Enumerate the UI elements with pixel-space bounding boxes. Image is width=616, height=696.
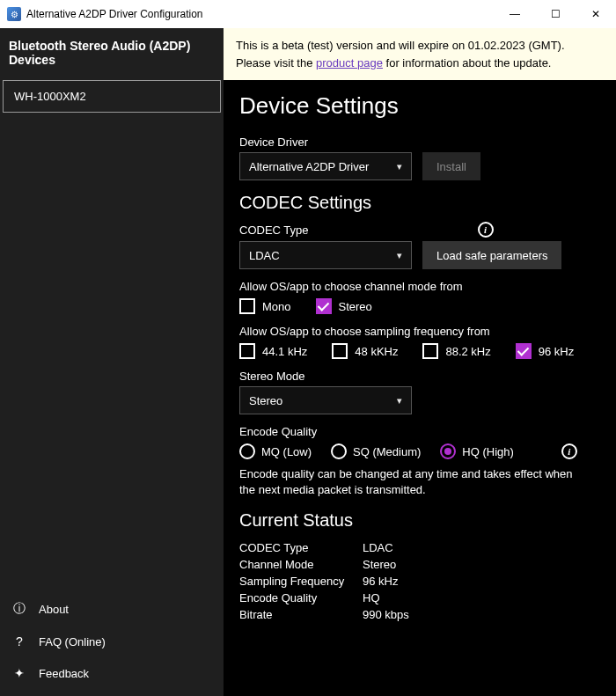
status-value: Stereo <box>363 558 396 571</box>
info-icon[interactable]: i <box>478 222 494 238</box>
nav-label: Feedback <box>39 667 89 680</box>
radio-sq[interactable]: SQ (Medium) <box>331 443 421 459</box>
device-name: WH-1000XM2 <box>14 90 86 103</box>
stereo-mode-select[interactable]: Stereo ▾ <box>239 386 412 414</box>
banner-line1: This is a beta (test) version and will e… <box>236 37 604 55</box>
status-value: 990 kbps <box>363 608 409 621</box>
encode-help-text: Encode quality can be changed at any tim… <box>239 466 591 498</box>
sampling-label: Allow OS/app to choose sampling frequenc… <box>239 325 600 338</box>
feedback-icon: ✦ <box>12 666 26 680</box>
checkbox-44khz[interactable]: 44.1 kHz <box>239 343 307 359</box>
info-icon: ⓘ <box>12 601 26 617</box>
stereo-mode-selected: Stereo <box>249 394 282 407</box>
status-key: Bitrate <box>239 608 363 621</box>
maximize-button[interactable]: ☐ <box>535 0 576 28</box>
checkbox-stereo[interactable]: Stereo <box>316 298 372 314</box>
beta-banner: This is a beta (test) version and will e… <box>224 28 616 80</box>
nav-label: About <box>39 603 69 616</box>
nav-faq[interactable]: ? FAQ (Online) <box>0 626 224 657</box>
checkbox-96khz[interactable]: 96 kHz <box>516 343 574 359</box>
info-icon[interactable]: i <box>561 443 577 459</box>
codec-type-select[interactable]: LDAC ▾ <box>239 241 412 269</box>
encode-quality-label: Encode Quality <box>239 425 600 438</box>
nav-label: FAQ (Online) <box>39 635 106 648</box>
status-value: HQ <box>363 591 380 604</box>
chevron-down-icon: ▾ <box>397 395 402 407</box>
status-key: Channel Mode <box>239 558 363 571</box>
status-heading: Current Status <box>239 510 600 531</box>
driver-select[interactable]: Alternative A2DP Driver ▾ <box>239 152 412 180</box>
minimize-button[interactable]: ― <box>495 0 535 28</box>
page-title: Device Settings <box>239 92 600 120</box>
banner-line2: Please visit the product page for inform… <box>236 55 604 72</box>
close-button[interactable]: ✕ <box>576 0 616 28</box>
help-icon: ? <box>12 634 26 648</box>
status-key: CODEC Type <box>239 541 363 554</box>
driver-selected: Alternative A2DP Driver <box>249 160 369 173</box>
device-list-item[interactable]: WH-1000XM2 <box>3 80 221 113</box>
checkbox-88khz[interactable]: 88.2 kHz <box>422 343 490 359</box>
nav-about[interactable]: ⓘ About <box>0 592 224 626</box>
status-table: CODEC TypeLDAC Channel ModeStereo Sampli… <box>239 539 600 623</box>
chevron-down-icon: ▾ <box>397 250 402 261</box>
driver-label: Device Driver <box>239 136 600 149</box>
codec-type-label: CODEC Type <box>239 223 309 237</box>
install-button[interactable]: Install <box>422 152 480 180</box>
product-page-link[interactable]: product page <box>316 56 383 70</box>
checkbox-48khz[interactable]: 48 kKHz <box>332 343 398 359</box>
status-value: LDAC <box>363 541 393 554</box>
stereo-mode-label: Stereo Mode <box>239 370 600 383</box>
checkbox-mono[interactable]: Mono <box>239 298 291 314</box>
channel-mode-label: Allow OS/app to choose channel mode from <box>239 280 600 293</box>
main-panel: This is a beta (test) version and will e… <box>224 28 616 696</box>
radio-mq[interactable]: MQ (Low) <box>239 443 312 459</box>
status-key: Encode Quality <box>239 591 363 604</box>
chevron-down-icon: ▾ <box>397 161 402 172</box>
nav-feedback[interactable]: ✦ Feedback <box>0 657 224 689</box>
sidebar: Bluetooth Stereo Audio (A2DP) Devices WH… <box>0 28 224 696</box>
app-icon: ⚙ <box>7 7 21 21</box>
status-key: Sampling Frequency <box>239 575 363 588</box>
radio-hq[interactable]: HQ (High) <box>440 443 514 459</box>
load-safe-button[interactable]: Load safe parameters <box>422 241 561 269</box>
codec-heading: CODEC Settings <box>239 193 600 213</box>
codec-selected: LDAC <box>249 249 280 262</box>
sidebar-header: Bluetooth Stereo Audio (A2DP) Devices <box>0 28 224 77</box>
window-title: Alternative A2DP Driver Configuration <box>26 8 203 20</box>
titlebar: ⚙ Alternative A2DP Driver Configuration … <box>0 0 616 28</box>
status-value: 96 kHz <box>363 575 398 588</box>
